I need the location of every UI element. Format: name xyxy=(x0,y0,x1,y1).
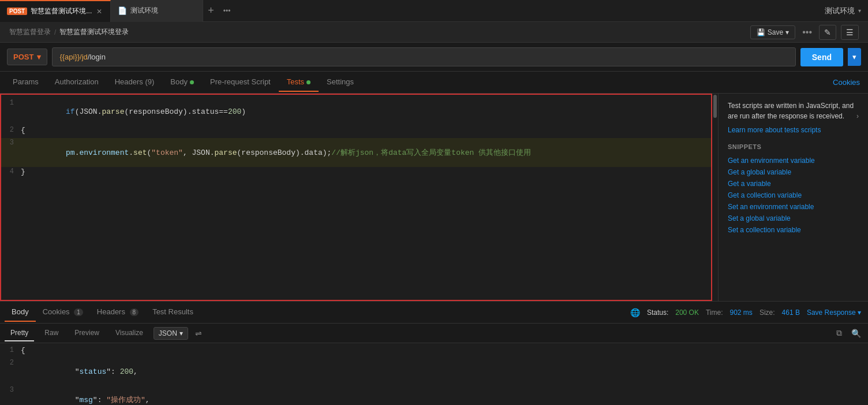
method-label: POST xyxy=(13,53,33,61)
json-linenum-2: 2 xyxy=(0,359,21,385)
snippet-set-env-var[interactable]: Set an environment variable xyxy=(728,201,859,213)
json-linecontent-1: { xyxy=(21,346,868,358)
save-response-chevron-icon: ▾ xyxy=(858,309,861,317)
code-editor[interactable]: 1 if(JSON.parse(responseBody).status==20… xyxy=(0,94,718,301)
json-linenum-1: 1 xyxy=(0,346,21,358)
json-line-2: 2 "status": 200, xyxy=(0,358,868,385)
send-label: Send xyxy=(812,53,832,62)
code-line-4: 4 } xyxy=(0,167,718,180)
tab-authorization[interactable]: Authorization xyxy=(47,73,107,92)
code-line-1: 1 if(JSON.parse(responseBody).status==20… xyxy=(0,98,718,125)
breadcrumb-bar: 智慧监督登录 / 智慧监督测试环境登录 💾 Save ▾ ••• ✎ ☰ xyxy=(0,22,868,43)
comment-button[interactable]: ☰ xyxy=(841,25,859,40)
tests-dot-indicator xyxy=(306,80,310,84)
line-num-3: 3 xyxy=(0,139,21,147)
save-response-label: Save Response xyxy=(807,309,856,317)
tab-env[interactable]: 📄 测试环境 xyxy=(111,0,203,22)
right-panel-intro: Test scripts are written in JavaScript, … xyxy=(728,101,859,121)
line-num-1: 1 xyxy=(0,99,21,107)
snippet-get-env-var[interactable]: Get an environment variable xyxy=(728,155,859,166)
search-response-button[interactable]: 🔍 xyxy=(849,326,863,340)
tab-headers[interactable]: Headers (9) xyxy=(107,73,163,92)
time-value: 902 ms xyxy=(730,309,753,317)
bottom-tab-headers[interactable]: Headers 8 xyxy=(90,303,145,322)
kw-if: if xyxy=(66,107,75,116)
tab-settings[interactable]: Settings xyxy=(319,73,362,92)
format-tab-pretty[interactable]: Pretty xyxy=(5,325,34,341)
fn-parse1: parse xyxy=(102,107,124,116)
snippet-set-global-var[interactable]: Set a global variable xyxy=(728,213,859,224)
tab-title-env: 测试环境 xyxy=(130,6,158,16)
snippet-get-global-var[interactable]: Get a global variable xyxy=(728,166,859,178)
json-line-1: 1 { xyxy=(0,345,868,358)
copy-button[interactable]: ⧉ xyxy=(834,326,844,340)
bottom-tab-cookies[interactable]: Cookies 1 xyxy=(36,303,90,322)
filter-icon[interactable]: ⇌ xyxy=(193,329,204,338)
breadcrumb-separator: / xyxy=(54,28,56,36)
line-content-1: if(JSON.parse(responseBody).status==200) xyxy=(21,99,718,125)
json-format-chevron-icon: ▾ xyxy=(179,329,183,337)
tab-prerequest[interactable]: Pre-request Script xyxy=(202,73,279,92)
size-label: Size: xyxy=(760,309,775,317)
cookies-link[interactable]: Cookies xyxy=(825,73,868,91)
snippet-get-collection-var[interactable]: Get a collection variable xyxy=(728,190,859,201)
tab-more-button[interactable]: ••• xyxy=(219,7,235,15)
breadcrumb-actions: 💾 Save ▾ ••• ✎ ☰ xyxy=(750,25,859,40)
tab-add-button[interactable]: + xyxy=(203,5,219,17)
bottom-tab-headers-label: Headers xyxy=(97,307,125,316)
snippet-set-collection-var[interactable]: Set a collection variable xyxy=(728,224,859,236)
tab-params[interactable]: Params xyxy=(5,73,47,92)
content-area: 1 if(JSON.parse(responseBody).status==20… xyxy=(0,94,868,301)
bottom-tab-test-results[interactable]: Test Results xyxy=(145,303,200,322)
right-panel: Test scripts are written in JavaScript, … xyxy=(718,94,868,301)
code-editor-pane[interactable]: 1 if(JSON.parse(responseBody).status==20… xyxy=(0,94,718,301)
url-var-part: {{api}}/jd xyxy=(59,53,87,61)
bottom-tabs-row: Body Cookies 1 Headers 8 Test Results 🌐 … xyxy=(0,302,868,324)
bottom-toolbar: Pretty Raw Preview Visualize JSON ▾ ⇌ ⧉ … xyxy=(0,324,868,343)
method-select[interactable]: POST ▾ xyxy=(7,49,47,65)
url-input-display[interactable]: {{api}}/jd/login xyxy=(52,47,795,66)
tab-body[interactable]: Body xyxy=(162,73,202,92)
bottom-tab-body[interactable]: Body xyxy=(5,303,36,322)
more-actions-button[interactable]: ••• xyxy=(800,25,814,40)
save-button[interactable]: 💾 Save ▾ xyxy=(750,25,795,39)
env-name: 测试环境 xyxy=(825,6,855,16)
size-value: 461 B xyxy=(782,309,800,317)
snippets-title: SNIPPETS xyxy=(728,143,859,150)
tab-post-active[interactable]: POST 智慧监督测试环境... ✕ xyxy=(0,0,111,22)
breadcrumb-current: 智慧监督测试环境登录 xyxy=(59,27,129,37)
bottom-section: Body Cookies 1 Headers 8 Test Results 🌐 … xyxy=(0,301,868,405)
bottom-status-bar: 🌐 Status: 200 OK Time: 902 ms Size: 461 … xyxy=(630,308,868,317)
breadcrumb-parent[interactable]: 智慧监督登录 xyxy=(9,27,51,37)
line-num-2: 2 xyxy=(0,126,21,134)
tab-close-active[interactable]: ✕ xyxy=(95,6,103,17)
json-linenum-3: 3 xyxy=(0,386,21,405)
method-badge-post: POST xyxy=(7,8,27,15)
status-value: 200 OK xyxy=(675,309,699,317)
line-num-4: 4 xyxy=(0,168,21,176)
learn-more-link[interactable]: Learn more about tests scripts xyxy=(728,126,859,134)
save-response-button[interactable]: Save Response ▾ xyxy=(807,309,861,317)
env-selector[interactable]: 测试环境 ▾ xyxy=(825,6,868,16)
json-format-select[interactable]: JSON ▾ xyxy=(154,327,188,340)
edit-button[interactable]: ✎ xyxy=(819,25,836,40)
code-line-2: 2 { xyxy=(0,125,718,138)
snippet-get-var[interactable]: Get a variable xyxy=(728,178,859,190)
format-tab-raw[interactable]: Raw xyxy=(39,325,64,341)
tab-headers-label: Headers (9) xyxy=(115,77,155,86)
tab-bar: POST 智慧监督测试环境... ✕ 📄 测试环境 + ••• 测试环境 ▾ xyxy=(0,0,868,22)
editor-scrollbar-thumb xyxy=(713,95,717,118)
save-chevron-icon: ▾ xyxy=(785,28,789,36)
headers-badge: 8 xyxy=(130,309,139,316)
send-chevron-button[interactable]: ▾ xyxy=(848,48,861,66)
request-tabs-row: Params Authorization Headers (9) Body Pr… xyxy=(0,72,868,94)
format-tab-visualize[interactable]: Visualize xyxy=(110,325,149,341)
tab-body-label: Body xyxy=(170,77,188,86)
editor-scrollbar[interactable] xyxy=(712,94,718,301)
tab-tests[interactable]: Tests xyxy=(279,73,319,92)
send-button[interactable]: Send xyxy=(800,48,843,66)
right-panel-intro-text: Test scripts are written in JavaScript, … xyxy=(728,102,854,120)
format-tab-preview[interactable]: Preview xyxy=(69,325,105,341)
json-format-label: JSON xyxy=(159,329,177,337)
url-suffix-part: /login xyxy=(88,53,106,61)
